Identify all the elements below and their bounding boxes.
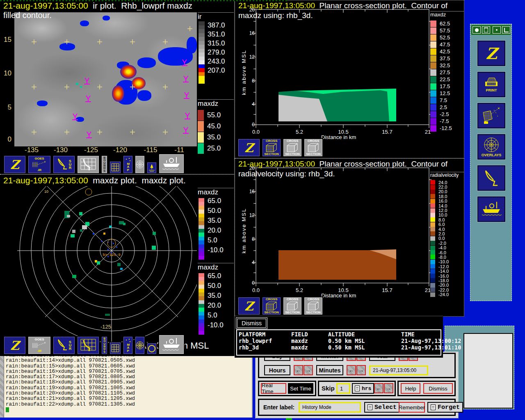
titlebar-maximize-button[interactable]	[502, 26, 510, 34]
zebra-logo-button[interactable]: Z	[237, 138, 260, 157]
radar-grid-button[interactable]	[77, 336, 100, 355]
ship-button[interactable]	[158, 153, 185, 174]
time-entry-field[interactable]: 21-Aug-97,13:05:00	[369, 365, 428, 375]
cross-section-button[interactable]: CROSS SECTION	[304, 297, 323, 315]
sur-radar-button[interactable]: SUR	[52, 336, 75, 355]
print-button[interactable]: PRINT	[477, 72, 505, 97]
ppi-colorbar-2: maxdz 65.0 50.0 35.0 20.0 5.0 -10.0	[198, 263, 234, 272]
cross-section-button-active[interactable]: CROSS SECTION	[262, 297, 281, 315]
grid-radar-icon	[79, 338, 97, 353]
radar-grid-button[interactable]	[77, 155, 100, 174]
cross-section-button-active[interactable]: CROSS SECTION	[262, 138, 281, 157]
grid-button[interactable]	[109, 161, 121, 174]
goes-ir-button[interactable]: GOES .IR	[27, 155, 51, 174]
goes-ir-button[interactable]: GOES .IR	[27, 336, 51, 355]
grid-radar-icon	[79, 157, 97, 172]
skip-back-button[interactable]: ←	[374, 383, 383, 393]
range-ring-button[interactable]	[146, 342, 157, 355]
ir-satellite-image[interactable]	[14, 12, 197, 146]
satellite-comet-icon	[482, 107, 501, 125]
set-time-button[interactable]: Set Time	[288, 383, 313, 394]
popup-dismiss-button[interactable]: Dismiss	[237, 319, 266, 328]
titlebar-iconify-button[interactable]	[493, 26, 501, 34]
xs2-colorbar-rows: 24.022.020.018.016.014.012.010.08.06.04.…	[430, 180, 464, 297]
menu-icon	[355, 386, 360, 391]
ship-icon	[480, 201, 502, 217]
ship-button[interactable]	[158, 334, 185, 355]
zebra-logo-button[interactable]: Z	[477, 41, 505, 66]
ppi-cb-value: 35.0	[208, 292, 224, 301]
real-time-button[interactable]: Real Time	[261, 383, 286, 394]
ppi-radar-window: 21-aug-1997,13:05:00 maxdz plot. maxdz p…	[0, 174, 235, 356]
label-entry-field[interactable]: History Mode	[299, 402, 361, 413]
xs1-title: 21-aug-1997,13:05:00 Planar cross-sectio…	[238, 1, 447, 10]
skip-forward-button[interactable]: →	[384, 383, 393, 393]
select-button[interactable]: Select	[364, 402, 400, 413]
minutes-forward-button[interactable]: →	[356, 365, 366, 375]
skip-box: Skip 1 hrs ←→	[318, 381, 396, 396]
ppi-plot[interactable]: b>-125-9	[0, 186, 197, 346]
forget-button[interactable]: Forget	[427, 402, 463, 413]
ir-x-tick: -115	[144, 146, 158, 154]
help-button[interactable]: Help	[401, 383, 420, 394]
titlebar-menu-button[interactable]	[472, 26, 481, 34]
remember-button[interactable]: Remember	[399, 402, 425, 413]
hours-back-button[interactable]: ←	[294, 365, 303, 375]
zebra-logo-button[interactable]: Z	[237, 297, 260, 315]
ship-icon	[161, 337, 182, 352]
bounds-button[interactable]: BOUNDS	[101, 336, 108, 355]
radar-dish-button[interactable]	[477, 165, 505, 191]
zebra-logo-button[interactable]: Z	[3, 336, 26, 355]
cross-section-button[interactable]: CROSS SECTION	[304, 138, 323, 157]
time-control-panel: Day ←→ Month ←→ Year ←→ Hours ←→ Minutes…	[256, 352, 458, 418]
printer-icon	[483, 77, 500, 88]
ir-plot-window: 21-aug-1997,13:05:00 ir plot. Rhb_lowprf…	[0, 0, 235, 174]
polar-overlay-button[interactable]	[135, 155, 145, 174]
ir-y-tick: 0	[1, 135, 11, 144]
skip-value-field[interactable]: 1	[336, 383, 350, 394]
cross-section-button[interactable]: CROSS SECTION	[283, 138, 302, 157]
maxdz-colorbar-label: maxdz	[198, 99, 234, 108]
terminal-window[interactable]: rain:beaufait:13>xdump.all 970821.0405.x…	[0, 355, 253, 418]
icon-panel-titlebar[interactable]: icon	[471, 25, 511, 35]
xs1-y-tick: 8	[244, 78, 255, 84]
corner-icon	[504, 28, 509, 32]
ship-button[interactable]	[477, 196, 505, 222]
buoy-button[interactable]	[146, 162, 157, 174]
ppi-cb-value: 5.0	[208, 236, 224, 246]
map-button[interactable]: MAP	[123, 336, 133, 355]
ir-x-tick: -11	[174, 146, 184, 154]
overlays-button[interactable]: OVERLAYS	[477, 134, 505, 160]
hours-forward-button[interactable]: →	[304, 365, 313, 375]
xs1-x-tick: 5.2	[296, 129, 303, 135]
dot-icon	[496, 29, 498, 31]
ppi-cb-value: 65.0	[208, 272, 224, 282]
minutes-back-button[interactable]: ←	[347, 365, 356, 375]
polar-overlay-button[interactable]	[135, 336, 145, 355]
sur-radar-button[interactable]: SUR	[52, 155, 75, 174]
buoy-icon	[148, 164, 155, 172]
dismiss-button[interactable]: Dismiss	[423, 383, 453, 394]
ir-plot-timestamp: 21-aug-1997,13:05:00	[3, 1, 88, 10]
terminal-scrollbar[interactable]	[0, 355, 4, 418]
xs2-toolbar: Z CROSS SECTION CROSS SECTION CROSS SECT…	[237, 296, 323, 315]
ir-y-tick: 5	[1, 103, 11, 112]
skip-units-button[interactable]: hrs	[352, 383, 374, 394]
bounds-button[interactable]: BOUNDS	[101, 155, 108, 174]
cube-icon	[307, 301, 320, 311]
satellite-button[interactable]	[477, 103, 505, 128]
xs2-x-tick: 0.0	[252, 287, 260, 293]
zebra-logo-button[interactable]: Z	[3, 155, 26, 174]
titlebar-doc-button[interactable]	[482, 26, 490, 34]
polar-web-icon	[135, 341, 144, 350]
cross-section-button[interactable]: CROSS SECTION	[283, 297, 302, 315]
minutes-button[interactable]: Minutes	[316, 365, 343, 375]
icon-column: Z PRINT OVERLAYS	[477, 41, 505, 222]
cube-icon	[307, 143, 320, 153]
xs2-y-tick: 12	[244, 212, 255, 218]
grid-button[interactable]	[109, 342, 121, 355]
map-button[interactable]: MAP	[123, 155, 133, 174]
cross-section-radialvelocity-window: 21-aug-1997,13:05:00 Planar cross-sectio…	[235, 158, 464, 317]
hours-button[interactable]: Hours	[264, 365, 290, 375]
ir-plot-title: 21-aug-1997,13:05:00 ir plot. Rhb_lowprf…	[3, 1, 192, 11]
